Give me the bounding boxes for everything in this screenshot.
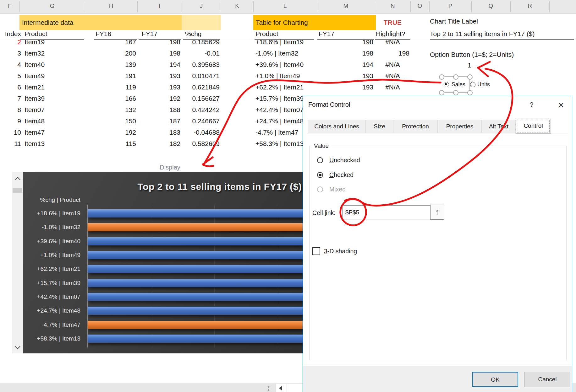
column-letter-R[interactable]: R — [528, 3, 532, 9]
radio-mixed[interactable] — [317, 186, 323, 192]
column-letter-F[interactable]: F — [8, 3, 12, 9]
chart-bar-normal[interactable] — [88, 265, 333, 273]
selection-handle[interactable] — [453, 90, 458, 95]
row-index: 2 — [0, 38, 21, 46]
row-chg: 0.621849 — [176, 83, 220, 91]
collapse-dialog-button[interactable]: ↑ — [430, 205, 444, 220]
chart-bar-normal[interactable] — [88, 237, 334, 245]
chart-bar-normal[interactable] — [88, 307, 325, 315]
tab-control[interactable]: Control — [516, 119, 551, 134]
column-letter-J[interactable]: J — [200, 3, 203, 9]
scrollbar-thumb[interactable] — [13, 188, 22, 193]
radio-label-mixed[interactable]: Mixed — [329, 185, 346, 193]
intermediate-banner-light-end — [182, 15, 221, 30]
dialog-title: Format Control — [308, 101, 350, 108]
chart-title-value-cell: Top 2 to 11 selling items in FY17 ($) — [430, 30, 535, 38]
column-letter-Q[interactable]: Q — [489, 3, 493, 9]
row-index: 11 — [0, 140, 21, 148]
row-index: 7 — [0, 94, 21, 103]
column-separator — [182, 1, 182, 12]
row-fy16: 150 — [105, 117, 136, 125]
tab-size[interactable]: Size — [366, 120, 393, 133]
row-product: Item19 — [25, 38, 45, 46]
cell-link-input[interactable] — [342, 205, 430, 219]
column-letter-K[interactable]: K — [235, 3, 239, 9]
close-icon[interactable]: ✕ — [558, 101, 564, 110]
row-chart-fy17: 193 — [342, 83, 373, 91]
chart-bar-normal[interactable] — [88, 251, 333, 259]
row-chart-label: +18.6% | Item19 — [255, 38, 304, 46]
column-separator — [429, 1, 430, 12]
row-chart-label: +24.7% | Item48 — [255, 117, 304, 125]
header-chg: %chg — [185, 30, 202, 38]
radio-label-unchecked[interactable]: Unchecked — [329, 156, 360, 164]
column-header-strip[interactable]: FGHIJKLMNOPQR — [0, 0, 576, 13]
column-letter-L[interactable]: L — [283, 3, 287, 9]
chart-category-label: +15.7% | Item39 — [23, 279, 80, 287]
column-letter-I[interactable]: I — [159, 3, 160, 9]
units-radio-label[interactable]: Units — [477, 81, 490, 88]
selection-handle[interactable] — [467, 74, 473, 80]
cell-P5-value: 1 — [440, 61, 471, 69]
chart-bar-normal[interactable] — [88, 293, 326, 301]
chart-scrollbar[interactable] — [12, 172, 23, 353]
horizontal-scrollbar[interactable] — [276, 384, 303, 392]
scrollbar-resize-dots[interactable] — [268, 386, 269, 388]
tab-protection[interactable]: Protection — [393, 120, 438, 133]
radio-label-checked[interactable]: Checked — [329, 171, 354, 179]
scroll-up-icon[interactable] — [14, 176, 21, 181]
cancel-button[interactable]: Cancel — [524, 372, 570, 387]
column-letter-M[interactable]: M — [343, 3, 348, 9]
chart-category-label: -4.7% | Item47 — [23, 321, 80, 329]
row-product: Item07 — [25, 106, 45, 114]
column-letter-N[interactable]: N — [391, 3, 395, 9]
column-letter-G[interactable]: G — [50, 3, 55, 9]
3d-shading-label: 3-D shading — [324, 248, 357, 255]
column-letter-H[interactable]: H — [109, 3, 113, 9]
row-chart-label: -4.7% | Item47 — [255, 128, 298, 137]
sales-radio[interactable] — [444, 82, 449, 87]
column-letter-O[interactable]: O — [418, 3, 422, 9]
3d-shading-checkbox[interactable] — [312, 247, 320, 255]
chart-bar-highlighted[interactable] — [88, 223, 339, 231]
tab-alt-text[interactable]: Alt Text — [482, 120, 516, 133]
row-chart-label: -1.0% | Item32 — [255, 49, 298, 57]
scroll-left-icon[interactable] — [279, 386, 282, 391]
column-separator — [510, 1, 511, 12]
row-chg: 0.582609 — [176, 140, 220, 148]
column-separator — [221, 1, 221, 12]
row-chart-label: +58.3% | Item13 — [255, 140, 304, 148]
tab-colors-and-lines[interactable]: Colors and Lines — [308, 120, 366, 133]
units-radio[interactable] — [470, 82, 475, 87]
chart-bar-normal[interactable] — [88, 209, 339, 217]
radio-unchecked[interactable] — [317, 157, 323, 163]
row-product: Item32 — [25, 49, 45, 57]
selection-handle[interactable] — [467, 90, 473, 95]
column-separator — [85, 1, 85, 12]
row-fy16: 200 — [105, 49, 136, 57]
chart-bar-normal[interactable] — [88, 279, 332, 287]
row-chg: 0.010471 — [176, 72, 220, 80]
chart-bar-normal[interactable] — [88, 335, 319, 343]
sales-radio-label[interactable]: Sales — [452, 81, 465, 88]
row-product: Item49 — [25, 72, 45, 80]
ok-button[interactable]: OK — [472, 372, 518, 387]
scrollbar-resize-dots[interactable] — [268, 389, 269, 391]
row-chart-fy17: 198 — [342, 38, 373, 46]
selection-handle[interactable] — [453, 74, 458, 80]
row-fy16: 132 — [105, 106, 136, 114]
row-fy16: 139 — [105, 61, 136, 69]
column-letter-P[interactable]: P — [448, 3, 453, 9]
row-chg: 0.185629 — [176, 38, 220, 46]
scroll-down-icon[interactable] — [14, 345, 21, 350]
selection-handle[interactable] — [439, 74, 444, 80]
radio-checked[interactable] — [317, 172, 323, 178]
row-chart-label: +42.4% | Item07 — [255, 106, 304, 114]
row-chg: 0.424242 — [176, 106, 220, 114]
header-index: Index — [0, 30, 21, 38]
sales-radio-dot — [445, 83, 447, 85]
tab-properties[interactable]: Properties — [438, 120, 482, 133]
help-icon[interactable]: ? — [530, 101, 533, 108]
selection-handle[interactable] — [439, 90, 444, 95]
chart-bar-highlighted[interactable] — [88, 321, 320, 329]
